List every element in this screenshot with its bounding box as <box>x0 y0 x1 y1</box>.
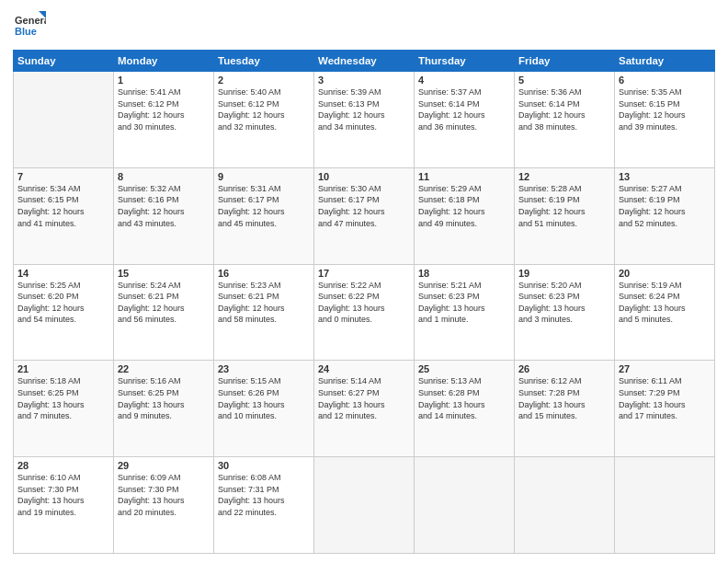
day-number: 30 <box>218 460 310 471</box>
day-info: Sunrise: 5:35 AMSunset: 6:15 PMDaylight:… <box>619 87 686 132</box>
day-cell <box>415 457 515 554</box>
svg-text:General: General <box>15 15 46 26</box>
page: General Blue Sunday Monday Tuesday Wedne… <box>0 0 728 563</box>
day-cell: 14Sunrise: 5:25 AMSunset: 6:20 PMDayligh… <box>14 264 114 361</box>
day-info: Sunrise: 6:11 AMSunset: 7:29 PMDaylight:… <box>619 376 686 420</box>
day-info: Sunrise: 5:41 AMSunset: 6:12 PMDaylight:… <box>118 87 185 132</box>
day-cell: 6Sunrise: 5:35 AMSunset: 6:15 PMDaylight… <box>615 72 715 168</box>
day-number: 28 <box>17 460 109 471</box>
day-number: 7 <box>17 171 109 182</box>
day-number: 27 <box>619 363 711 374</box>
day-info: Sunrise: 5:15 AMSunset: 6:26 PMDaylight:… <box>218 376 285 420</box>
header: General Blue <box>13 9 715 42</box>
day-cell: 26Sunrise: 6:12 AMSunset: 7:28 PMDayligh… <box>515 361 615 457</box>
day-cell: 15Sunrise: 5:24 AMSunset: 6:21 PMDayligh… <box>114 264 214 361</box>
day-number: 13 <box>619 171 711 182</box>
day-info: Sunrise: 6:09 AMSunset: 7:30 PMDaylight:… <box>118 473 185 517</box>
day-info: Sunrise: 5:32 AMSunset: 6:16 PMDaylight:… <box>118 184 185 228</box>
day-info: Sunrise: 5:18 AMSunset: 6:25 PMDaylight:… <box>17 376 85 420</box>
day-info: Sunrise: 5:22 AMSunset: 6:22 PMDaylight:… <box>318 281 385 325</box>
day-number: 24 <box>318 363 410 374</box>
day-cell: 11Sunrise: 5:29 AMSunset: 6:18 PMDayligh… <box>415 167 515 264</box>
day-cell <box>14 72 114 168</box>
day-cell: 18Sunrise: 5:21 AMSunset: 6:23 PMDayligh… <box>415 264 515 361</box>
day-cell: 1Sunrise: 5:41 AMSunset: 6:12 PMDaylight… <box>114 72 214 168</box>
logo-svg: General Blue <box>13 9 46 42</box>
day-number: 6 <box>619 75 711 86</box>
day-info: Sunrise: 6:10 AMSunset: 7:30 PMDaylight:… <box>17 473 85 517</box>
day-cell: 28Sunrise: 6:10 AMSunset: 7:30 PMDayligh… <box>14 457 114 554</box>
col-saturday: Saturday <box>615 51 715 72</box>
day-number: 14 <box>17 268 109 279</box>
day-cell: 3Sunrise: 5:39 AMSunset: 6:13 PMDaylight… <box>314 72 415 168</box>
day-number: 11 <box>418 171 510 182</box>
day-number: 16 <box>218 268 310 279</box>
day-info: Sunrise: 5:40 AMSunset: 6:12 PMDaylight:… <box>218 87 285 132</box>
day-cell: 13Sunrise: 5:27 AMSunset: 6:19 PMDayligh… <box>615 167 715 264</box>
day-number: 18 <box>418 268 510 279</box>
day-number: 19 <box>518 268 610 279</box>
day-cell: 12Sunrise: 5:28 AMSunset: 6:19 PMDayligh… <box>515 167 615 264</box>
day-number: 23 <box>218 363 310 374</box>
day-cell: 9Sunrise: 5:31 AMSunset: 6:17 PMDaylight… <box>214 167 314 264</box>
day-info: Sunrise: 5:37 AMSunset: 6:14 PMDaylight:… <box>418 87 485 132</box>
week-row-4: 21Sunrise: 5:18 AMSunset: 6:25 PMDayligh… <box>14 361 715 457</box>
day-cell <box>314 457 415 554</box>
week-row-3: 14Sunrise: 5:25 AMSunset: 6:20 PMDayligh… <box>14 264 715 361</box>
day-number: 22 <box>118 363 210 374</box>
day-cell: 8Sunrise: 5:32 AMSunset: 6:16 PMDaylight… <box>114 167 214 264</box>
day-info: Sunrise: 5:36 AMSunset: 6:14 PMDaylight:… <box>518 87 586 132</box>
day-cell: 29Sunrise: 6:09 AMSunset: 7:30 PMDayligh… <box>114 457 214 554</box>
col-sunday: Sunday <box>14 51 114 72</box>
day-info: Sunrise: 5:28 AMSunset: 6:19 PMDaylight:… <box>518 184 586 228</box>
day-info: Sunrise: 5:25 AMSunset: 6:20 PMDaylight:… <box>17 281 85 325</box>
day-info: Sunrise: 5:34 AMSunset: 6:15 PMDaylight:… <box>17 184 85 228</box>
col-thursday: Thursday <box>415 51 515 72</box>
day-number: 26 <box>518 363 610 374</box>
day-cell: 23Sunrise: 5:15 AMSunset: 6:26 PMDayligh… <box>214 361 314 457</box>
day-number: 2 <box>218 75 310 86</box>
day-cell: 10Sunrise: 5:30 AMSunset: 6:17 PMDayligh… <box>314 167 415 264</box>
day-info: Sunrise: 5:20 AMSunset: 6:23 PMDaylight:… <box>518 281 586 325</box>
col-tuesday: Tuesday <box>214 51 314 72</box>
week-row-5: 28Sunrise: 6:10 AMSunset: 7:30 PMDayligh… <box>14 457 715 554</box>
day-cell <box>615 457 715 554</box>
day-number: 4 <box>418 75 510 86</box>
col-wednesday: Wednesday <box>314 51 415 72</box>
day-number: 17 <box>318 268 410 279</box>
day-cell: 17Sunrise: 5:22 AMSunset: 6:22 PMDayligh… <box>314 264 415 361</box>
day-number: 1 <box>118 75 210 86</box>
week-row-2: 7Sunrise: 5:34 AMSunset: 6:15 PMDaylight… <box>14 167 715 264</box>
day-cell: 21Sunrise: 5:18 AMSunset: 6:25 PMDayligh… <box>14 361 114 457</box>
day-info: Sunrise: 5:30 AMSunset: 6:17 PMDaylight:… <box>318 184 385 228</box>
day-number: 20 <box>619 268 711 279</box>
day-cell: 16Sunrise: 5:23 AMSunset: 6:21 PMDayligh… <box>214 264 314 361</box>
day-number: 29 <box>118 460 210 471</box>
day-number: 5 <box>518 75 610 86</box>
calendar-table: Sunday Monday Tuesday Wednesday Thursday… <box>13 50 715 554</box>
header-row: Sunday Monday Tuesday Wednesday Thursday… <box>14 51 715 72</box>
day-info: Sunrise: 5:29 AMSunset: 6:18 PMDaylight:… <box>418 184 485 228</box>
day-cell: 5Sunrise: 5:36 AMSunset: 6:14 PMDaylight… <box>515 72 615 168</box>
day-cell: 4Sunrise: 5:37 AMSunset: 6:14 PMDaylight… <box>415 72 515 168</box>
day-cell: 20Sunrise: 5:19 AMSunset: 6:24 PMDayligh… <box>615 264 715 361</box>
day-cell: 7Sunrise: 5:34 AMSunset: 6:15 PMDaylight… <box>14 167 114 264</box>
col-friday: Friday <box>515 51 615 72</box>
day-cell: 30Sunrise: 6:08 AMSunset: 7:31 PMDayligh… <box>214 457 314 554</box>
day-cell: 24Sunrise: 5:14 AMSunset: 6:27 PMDayligh… <box>314 361 415 457</box>
day-number: 9 <box>218 171 310 182</box>
day-info: Sunrise: 5:16 AMSunset: 6:25 PMDaylight:… <box>118 376 185 420</box>
day-number: 12 <box>518 171 610 182</box>
week-row-1: 1Sunrise: 5:41 AMSunset: 6:12 PMDaylight… <box>14 72 715 168</box>
day-number: 10 <box>318 171 410 182</box>
day-cell: 25Sunrise: 5:13 AMSunset: 6:28 PMDayligh… <box>415 361 515 457</box>
day-info: Sunrise: 5:24 AMSunset: 6:21 PMDaylight:… <box>118 281 185 325</box>
day-number: 8 <box>118 171 210 182</box>
day-info: Sunrise: 5:21 AMSunset: 6:23 PMDaylight:… <box>418 281 485 325</box>
day-info: Sunrise: 5:13 AMSunset: 6:28 PMDaylight:… <box>418 376 485 420</box>
day-number: 25 <box>418 363 510 374</box>
day-cell: 2Sunrise: 5:40 AMSunset: 6:12 PMDaylight… <box>214 72 314 168</box>
day-info: Sunrise: 6:12 AMSunset: 7:28 PMDaylight:… <box>518 376 586 420</box>
day-info: Sunrise: 5:19 AMSunset: 6:24 PMDaylight:… <box>619 281 686 325</box>
day-cell <box>515 457 615 554</box>
